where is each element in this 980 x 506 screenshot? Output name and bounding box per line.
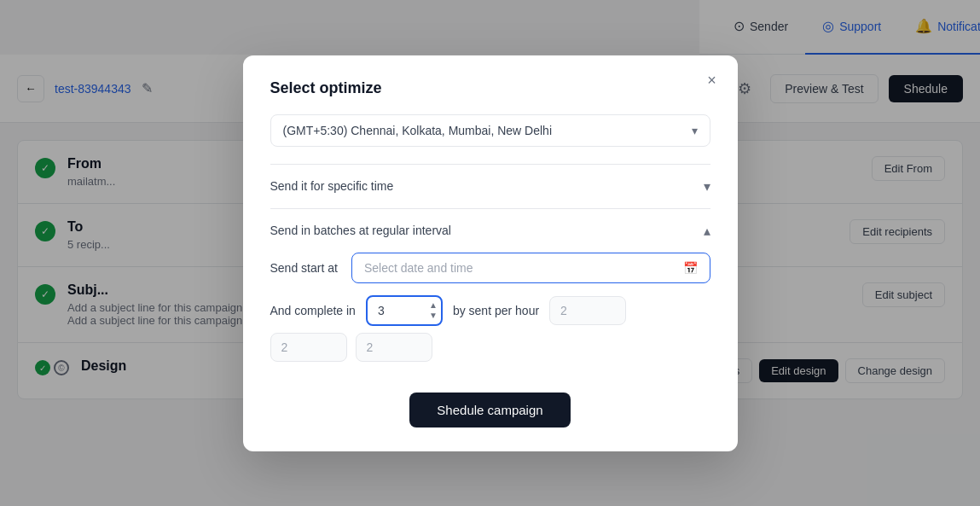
sent-per-hour-input[interactable] [549, 296, 626, 325]
timezone-chevron-icon: ▾ [692, 124, 698, 137]
extra-input-1[interactable] [270, 333, 347, 362]
specific-time-toggle[interactable]: Send it for specific time ▾ [270, 164, 710, 208]
specific-time-chevron-icon: ▾ [704, 178, 710, 195]
extra-input-2[interactable] [356, 333, 432, 362]
extra-inputs-row [270, 333, 710, 362]
batches-chevron-icon: ▴ [704, 223, 710, 239]
modal: × Select optimize (GMT+5:30) Chennai, Ko… [243, 55, 738, 451]
timezone-select[interactable]: (GMT+5:30) Chennai, Kolkata, Mumbai, New… [270, 114, 710, 147]
calendar-icon: 📅 [683, 261, 698, 275]
send-start-row: Send start at Select date and time 📅 [270, 253, 710, 283]
per-hour-label: by sent per hour [453, 304, 539, 317]
batches-content: Send start at Select date and time 📅 And… [270, 253, 710, 375]
modal-title: Select optimize [270, 79, 710, 97]
schedule-campaign-button[interactable]: Shedule campaign [409, 393, 570, 427]
modal-overlay[interactable]: × Select optimize (GMT+5:30) Chennai, Ko… [0, 0, 980, 506]
date-placeholder: Select date and time [364, 261, 473, 275]
modal-close-button[interactable]: × [700, 69, 724, 93]
spinner-arrows: ▲ ▼ [427, 300, 439, 321]
timezone-value: (GMT+5:30) Chennai, Kolkata, Mumbai, New… [283, 124, 553, 137]
complete-label: And complete in [270, 304, 356, 317]
specific-time-label: Send it for specific time [270, 179, 394, 193]
spinner-down-button[interactable]: ▼ [427, 311, 439, 321]
send-start-label: Send start at [270, 261, 338, 275]
date-time-input[interactable]: Select date and time 📅 [351, 253, 710, 283]
complete-row: And complete in ▲ ▼ by sent per hour [270, 295, 710, 326]
batches-toggle[interactable]: Send in batches at regular interval ▴ [270, 208, 710, 253]
batches-label: Send in batches at regular interval [270, 224, 451, 237]
spinner-up-button[interactable]: ▲ [427, 300, 439, 311]
complete-spinner: ▲ ▼ [366, 295, 443, 326]
